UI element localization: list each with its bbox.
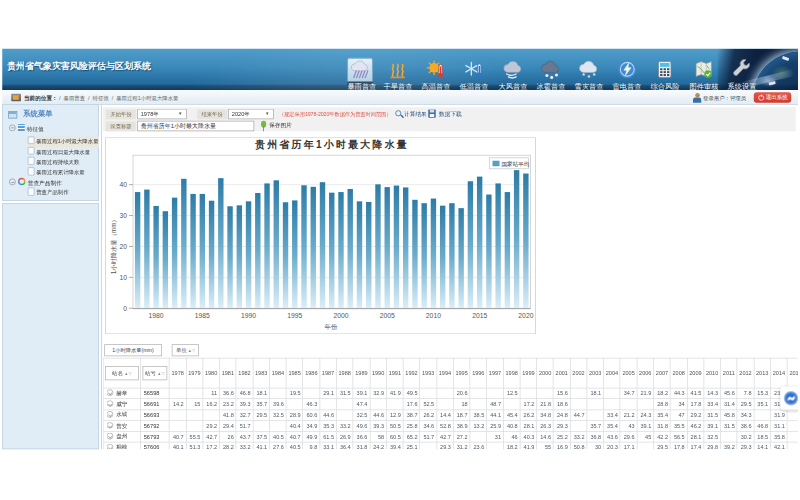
svg-text:0: 0 — [123, 304, 127, 311]
svg-text:1小时降水量（mm）: 1小时降水量（mm） — [110, 216, 118, 274]
svg-text:*: * — [582, 72, 585, 79]
svg-text:20: 20 — [119, 243, 127, 250]
svg-text:国家站平均: 国家站平均 — [501, 161, 529, 168]
svg-text:1995: 1995 — [287, 312, 302, 319]
svg-text:年份: 年份 — [325, 323, 338, 331]
svg-text:1985: 1985 — [195, 312, 210, 319]
svg-text:30: 30 — [119, 212, 127, 219]
svg-text:贵州省历年1小时最大降水量: 贵州省历年1小时最大降水量 — [254, 139, 409, 150]
svg-text:*: * — [588, 74, 591, 81]
svg-text:2005: 2005 — [380, 312, 395, 319]
svg-text:2010: 2010 — [426, 312, 441, 319]
svg-text:*: * — [593, 72, 596, 79]
svg-text:1990: 1990 — [241, 312, 256, 319]
svg-text:2020: 2020 — [518, 312, 533, 319]
svg-text:2000: 2000 — [333, 312, 348, 319]
svg-text:40: 40 — [119, 181, 127, 188]
svg-text:10: 10 — [119, 273, 127, 280]
svg-text:2015: 2015 — [472, 312, 487, 319]
svg-text:1980: 1980 — [149, 312, 164, 319]
